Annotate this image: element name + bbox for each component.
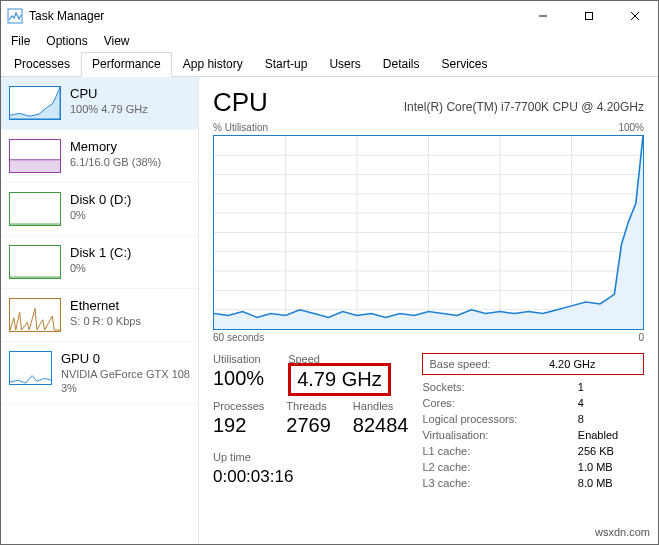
menu-view[interactable]: View <box>96 32 138 50</box>
stat-value: 2769 <box>286 414 331 437</box>
stat-label: Utilisation <box>213 353 264 365</box>
stat-value: 192 <box>213 414 264 437</box>
stat-sockets: Sockets:1 <box>422 379 644 395</box>
tab-details[interactable]: Details <box>372 52 431 77</box>
minimize-button[interactable] <box>520 1 566 31</box>
stat-logical: Logical processors:8 <box>422 411 644 427</box>
maximize-button[interactable] <box>566 1 612 31</box>
sidebar-item-sub: 6.1/16.0 GB (38%) <box>70 156 161 168</box>
tab-app-history[interactable]: App history <box>172 52 254 77</box>
stat-label: Sockets: <box>422 379 557 395</box>
sidebar-item-memory[interactable]: Memory 6.1/16.0 GB (38%) <box>1 130 198 183</box>
sidebar-item-cpu[interactable]: CPU 100% 4.79 GHz <box>1 77 198 130</box>
stat-label: Processes <box>213 400 264 412</box>
stat-l2: L2 cache:1.0 MB <box>422 459 644 475</box>
tabstrip: Processes Performance App history Start-… <box>1 51 658 77</box>
disk-thumb-icon <box>9 192 61 226</box>
ethernet-thumb-icon <box>9 298 61 332</box>
stat-label: L3 cache: <box>422 475 557 491</box>
axis-bottom-right: 0 <box>638 332 644 343</box>
sidebar-item-gpu0[interactable]: GPU 0 NVIDIA GeForce GTX 108 3% <box>1 342 198 404</box>
stat-virt: Virtualisation:Enabled <box>422 427 644 443</box>
chart-axis-top: % Utilisation 100% <box>213 122 644 133</box>
window-title: Task Manager <box>29 9 104 23</box>
sidebar-item-text: Ethernet S: 0 R: 0 Kbps <box>70 298 141 327</box>
stat-value: 1.0 MB <box>558 459 644 475</box>
task-manager-window: Task Manager File Options View Processes… <box>0 0 659 545</box>
tab-startup[interactable]: Start-up <box>254 52 319 77</box>
uptime-value: 0:00:03:16 <box>213 467 408 487</box>
sidebar-item-sub: 0% <box>70 209 131 221</box>
uptime-label: Up time <box>213 451 408 463</box>
sidebar-item-disk1[interactable]: Disk 1 (C:) 0% <box>1 236 198 289</box>
stats-left: Utilisation 100% Speed 4.79 GHz Proce <box>213 353 408 491</box>
stats: Utilisation 100% Speed 4.79 GHz Proce <box>213 353 644 491</box>
main-subtitle: Intel(R) Core(TM) i7-7700K CPU @ 4.20GHz <box>404 100 644 114</box>
disk-thumb-icon <box>9 245 61 279</box>
sidebar-item-text: GPU 0 NVIDIA GeForce GTX 108 3% <box>61 351 190 394</box>
sidebar-item-sub2: 3% <box>61 382 190 394</box>
sidebar-item-text: Disk 0 (D:) 0% <box>70 192 131 221</box>
axis-bottom-left: 60 seconds <box>213 332 264 343</box>
stat-label: Virtualisation: <box>422 427 557 443</box>
titlebar: Task Manager <box>1 1 658 31</box>
main-header: CPU Intel(R) Core(TM) i7-7700K CPU @ 4.2… <box>213 87 644 118</box>
tab-processes[interactable]: Processes <box>3 52 81 77</box>
menu-file[interactable]: File <box>3 32 38 50</box>
stat-label: Cores: <box>422 395 557 411</box>
stat-value: 4.20 GHz <box>529 356 637 372</box>
axis-top-right: 100% <box>618 122 644 133</box>
sidebar-item-sub: 100% 4.79 GHz <box>70 103 148 115</box>
stat-label: Threads <box>286 400 331 412</box>
stat-processes: Processes 192 <box>213 400 264 443</box>
stat-value: 8 <box>558 411 644 427</box>
stat-l3: L3 cache:8.0 MB <box>422 475 644 491</box>
stat-handles: Handles 82484 <box>353 400 409 443</box>
stat-value: 82484 <box>353 414 409 437</box>
window-buttons <box>520 1 658 31</box>
sidebar-item-title: CPU <box>70 86 148 101</box>
cpu-utilisation-chart[interactable] <box>213 135 644 330</box>
stat-value: Enabled <box>558 427 644 443</box>
main-panel: CPU Intel(R) Core(TM) i7-7700K CPU @ 4.2… <box>199 77 658 544</box>
stat-speed: Speed 4.79 GHz <box>288 353 390 396</box>
axis-top-left: % Utilisation <box>213 122 268 133</box>
stat-value: 1 <box>558 379 644 395</box>
sidebar-item-sub: 0% <box>70 262 131 274</box>
tab-users[interactable]: Users <box>318 52 371 77</box>
sidebar-item-sub: NVIDIA GeForce GTX 108 <box>61 368 190 380</box>
chart-axis-bottom: 60 seconds 0 <box>213 332 644 343</box>
stat-label: L2 cache: <box>422 459 557 475</box>
sidebar-item-text: Disk 1 (C:) 0% <box>70 245 131 274</box>
tab-services[interactable]: Services <box>430 52 498 77</box>
stat-threads: Threads 2769 <box>286 400 331 443</box>
sidebar-item-sub: S: 0 R: 0 Kbps <box>70 315 141 327</box>
base-speed-highlight-box: Base speed: 4.20 GHz <box>422 353 644 375</box>
sidebar-item-disk0[interactable]: Disk 0 (D:) 0% <box>1 183 198 236</box>
stat-utilisation: Utilisation 100% <box>213 353 264 396</box>
svg-rect-5 <box>10 160 60 172</box>
body: CPU 100% 4.79 GHz Memory 6.1/16.0 GB (38… <box>1 77 658 544</box>
watermark: wsxdn.com <box>595 526 650 538</box>
close-button[interactable] <box>612 1 658 31</box>
task-manager-icon <box>7 8 23 24</box>
stat-label: Handles <box>353 400 409 412</box>
sidebar-item-text: Memory 6.1/16.0 GB (38%) <box>70 139 161 168</box>
sidebar-item-ethernet[interactable]: Ethernet S: 0 R: 0 Kbps <box>1 289 198 342</box>
stat-value: 4.79 GHz <box>297 368 381 391</box>
tab-performance[interactable]: Performance <box>81 52 172 77</box>
stat-label: Base speed: <box>429 356 528 372</box>
main-title: CPU <box>213 87 268 118</box>
stat-value: 100% <box>213 367 264 390</box>
sidebar-item-title: Ethernet <box>70 298 141 313</box>
stats-right: Base speed: 4.20 GHz Sockets:1 Cores:4 L… <box>422 353 644 491</box>
menu-options[interactable]: Options <box>38 32 95 50</box>
stat-l1: L1 cache:256 KB <box>422 443 644 459</box>
stat-value: 8.0 MB <box>558 475 644 491</box>
sidebar-item-title: Memory <box>70 139 161 154</box>
menubar: File Options View <box>1 31 658 51</box>
stat-cores: Cores:4 <box>422 395 644 411</box>
svg-rect-2 <box>586 13 593 20</box>
sidebar-item-title: Disk 0 (D:) <box>70 192 131 207</box>
sidebar-item-text: CPU 100% 4.79 GHz <box>70 86 148 115</box>
